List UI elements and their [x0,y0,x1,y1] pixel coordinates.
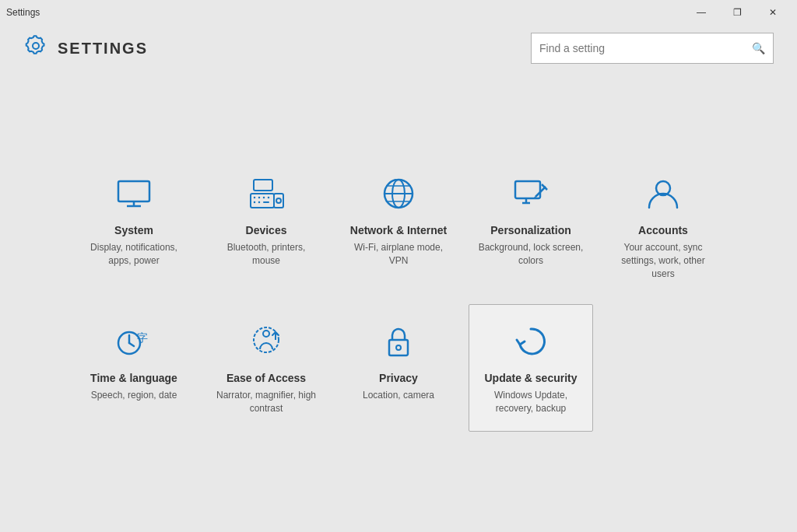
settings-gear-icon [23,33,48,64]
svg-rect-34 [389,340,408,355]
svg-text:字: 字 [137,332,148,344]
time-language-name: Time & language [90,372,177,384]
svg-point-35 [396,345,401,350]
settings-item-network[interactable]: Network & Internet Wi-Fi, airplane mode,… [336,156,461,296]
search-box: 🔍 [531,33,774,64]
time-language-icon: 字 [115,320,153,362]
privacy-icon [380,320,417,362]
window-title: Settings [6,7,40,18]
privacy-name: Privacy [379,372,418,384]
update-security-icon [512,320,549,362]
system-name: System [114,224,153,236]
personalization-name: Personalization [490,224,571,236]
network-desc: Wi-Fi, airplane mode, VPN [345,241,452,268]
content-area: System Display, notifications, apps, pow… [0,72,797,532]
devices-desc: Bluetooth, printers, mouse [212,241,320,268]
update-security-desc: Windows Update, recovery, backup [477,389,585,415]
accounts-desc: Your account, sync settings, work, other… [609,241,717,280]
svg-point-32 [263,331,269,337]
maximize-button[interactable]: ❐ [719,0,755,25]
settings-item-accounts[interactable]: Accounts Your account, sync settings, wo… [601,156,725,296]
svg-rect-0 [118,181,149,201]
search-input[interactable] [539,42,752,54]
settings-item-personalization[interactable]: Personalization Background, lock screen,… [469,156,593,296]
settings-grid-row1: System Display, notifications, apps, pow… [72,156,725,296]
header: SETTINGS 🔍 [0,25,797,72]
settings-item-ease-of-access[interactable]: Ease of Access Narrator, magnifier, high… [204,304,328,432]
settings-item-devices[interactable]: Devices Bluetooth, printers, mouse [204,156,328,296]
header-left: SETTINGS [23,33,148,64]
personalization-desc: Background, lock screen, colors [477,241,585,268]
devices-icon [248,173,285,215]
system-icon [115,173,153,215]
window-controls: — ❐ ✕ [683,0,791,25]
title-bar: Settings — ❐ ✕ [0,0,797,25]
svg-line-29 [129,343,134,346]
settings-item-system[interactable]: System Display, notifications, apps, pow… [72,156,196,296]
settings-item-time-language[interactable]: 字 Time & language Speech, region, date [72,304,196,432]
time-language-desc: Speech, region, date [91,389,177,402]
svg-rect-3 [251,194,274,208]
search-icon: 🔍 [752,42,765,54]
svg-point-12 [276,198,281,203]
personalization-icon [512,173,549,215]
network-icon [380,173,417,215]
devices-name: Devices [246,224,287,236]
update-security-name: Update & security [484,372,577,384]
minimize-button[interactable]: — [683,0,719,25]
settings-grid-row2: 字 Time & language Speech, region, date E… [72,304,725,432]
ease-of-access-desc: Narrator, magnifier, high contrast [212,389,320,415]
settings-item-update-security[interactable]: Update & security Windows Update, recove… [469,304,593,432]
privacy-desc: Location, camera [363,389,434,402]
network-name: Network & Internet [350,224,447,236]
accounts-name: Accounts [638,224,688,236]
system-desc: Display, notifications, apps, power [80,241,188,268]
settings-item-privacy[interactable]: Privacy Location, camera [336,304,461,432]
svg-rect-13 [254,180,272,191]
close-button[interactable]: ✕ [755,0,791,25]
ease-of-access-name: Ease of Access [226,372,306,384]
accounts-icon [644,173,682,215]
app-title: SETTINGS [58,40,148,58]
ease-of-access-icon [248,320,285,362]
svg-rect-11 [274,194,283,208]
